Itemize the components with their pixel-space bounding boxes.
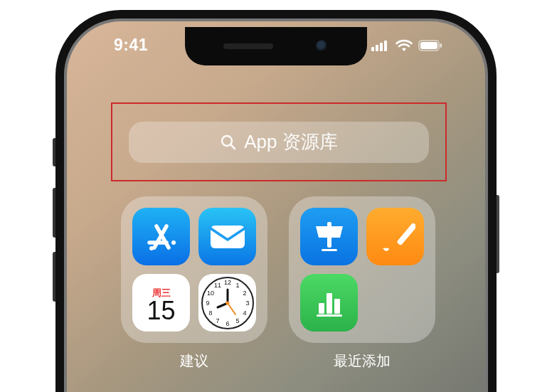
- iphone-frame: 9:41: [55, 10, 497, 392]
- svg-text:1: 1: [235, 282, 239, 289]
- mail-icon: [206, 221, 249, 253]
- battery-icon: [418, 40, 442, 51]
- wifi-icon: [396, 39, 413, 52]
- app-calendar[interactable]: 周三 15: [132, 274, 190, 332]
- svg-text:8: 8: [208, 309, 212, 317]
- svg-rect-0: [371, 47, 374, 51]
- app-numbers[interactable]: [300, 274, 358, 332]
- status-time: 9:41: [100, 36, 148, 55]
- svg-rect-6: [440, 43, 442, 48]
- app-library-search[interactable]: App 资源库: [129, 122, 428, 163]
- svg-text:5: 5: [235, 317, 239, 324]
- svg-text:12: 12: [223, 279, 230, 286]
- folder-recent-content: [289, 196, 435, 343]
- annotation-highlight: App 资源库: [111, 102, 447, 181]
- app-clock[interactable]: 123 69 12 45 78 1011: [198, 274, 256, 332]
- app-keynote[interactable]: [300, 208, 358, 265]
- folder-recent[interactable]: 最近添加: [289, 196, 435, 371]
- keynote-icon: [309, 216, 350, 258]
- app-mail[interactable]: [198, 208, 256, 265]
- svg-text:2: 2: [243, 290, 246, 297]
- svg-rect-37: [327, 293, 332, 314]
- app-appstore[interactable]: [132, 208, 190, 265]
- svg-point-13: [149, 246, 154, 250]
- svg-text:10: 10: [206, 290, 213, 297]
- pages-icon: [376, 217, 415, 257]
- svg-rect-33: [322, 249, 337, 251]
- svg-rect-36: [319, 303, 324, 314]
- speaker-grille: [223, 43, 273, 49]
- search-placeholder: App 资源库: [244, 129, 338, 154]
- svg-rect-1: [376, 45, 378, 51]
- notch: [185, 27, 367, 65]
- svg-text:11: 11: [213, 282, 221, 289]
- svg-rect-35: [317, 314, 342, 317]
- folder-suggestions-label: 建议: [180, 351, 208, 371]
- appstore-icon: [142, 218, 181, 256]
- screen: 9:41: [55, 10, 497, 392]
- svg-point-12: [171, 240, 176, 245]
- clock-icon: 123 69 12 45 78 1011: [200, 275, 255, 331]
- svg-line-8: [230, 144, 235, 149]
- svg-text:9: 9: [206, 300, 209, 307]
- svg-rect-14: [211, 226, 245, 248]
- svg-text:4: 4: [243, 309, 246, 317]
- svg-text:6: 6: [225, 320, 229, 327]
- folder-grid: 周三 15 123 69 12 45 78 1011: [121, 196, 435, 371]
- svg-rect-3: [384, 41, 387, 51]
- empty-slot: [366, 274, 424, 332]
- folder-suggestions[interactable]: 周三 15 123 69 12 45 78 1011: [121, 196, 267, 371]
- cellular-icon: [371, 40, 390, 51]
- front-camera: [316, 40, 329, 53]
- svg-rect-34: [396, 222, 415, 245]
- svg-point-31: [225, 301, 229, 304]
- svg-rect-2: [380, 43, 383, 51]
- folder-suggestions-content: 周三 15 123 69 12 45 78 1011: [121, 196, 267, 343]
- svg-text:7: 7: [216, 317, 219, 324]
- numbers-icon: [309, 283, 349, 323]
- search-icon: [220, 134, 237, 151]
- app-pages[interactable]: [366, 208, 424, 265]
- svg-rect-5: [420, 42, 437, 49]
- calendar-date: 15: [147, 298, 175, 324]
- folder-recent-label: 最近添加: [334, 351, 391, 371]
- svg-text:3: 3: [245, 300, 249, 307]
- svg-rect-38: [334, 299, 340, 314]
